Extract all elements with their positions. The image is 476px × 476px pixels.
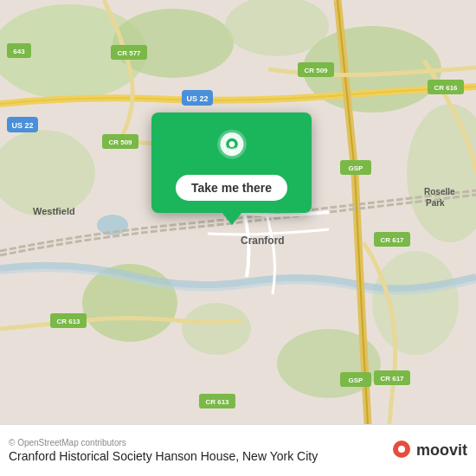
map-container: US 22 US 22 CR 577 CR 509 CR 509 CR 616 … <box>0 0 476 424</box>
svg-point-46 <box>228 141 235 147</box>
svg-text:Cranford: Cranford <box>241 235 285 247</box>
svg-text:CR 613: CR 613 <box>205 398 229 406</box>
take-me-there-button[interactable]: Take me there <box>176 175 287 201</box>
svg-text:CR 617: CR 617 <box>380 375 404 383</box>
moovit-logo: moovit <box>390 440 467 462</box>
svg-point-7 <box>182 303 251 355</box>
bottom-bar: © OpenStreetMap contributors Cranford Hi… <box>0 424 476 476</box>
svg-text:US 22: US 22 <box>11 121 33 130</box>
moovit-brand-text: moovit <box>416 441 467 460</box>
svg-text:CR 577: CR 577 <box>117 49 141 57</box>
attribution-text: © OpenStreetMap contributors <box>9 438 390 447</box>
svg-text:GSP: GSP <box>349 376 364 384</box>
svg-text:CR 617: CR 617 <box>380 236 404 244</box>
svg-text:CR 616: CR 616 <box>434 84 458 92</box>
svg-text:US 22: US 22 <box>186 94 208 103</box>
place-name-text: Cranford Historical Society Hanson House… <box>9 449 390 463</box>
svg-text:CR 613: CR 613 <box>56 318 80 325</box>
svg-point-48 <box>398 446 405 453</box>
svg-text:CR 509: CR 509 <box>108 138 132 146</box>
bottom-text-area: © OpenStreetMap contributors Cranford Hi… <box>9 438 390 463</box>
svg-text:643: 643 <box>13 48 25 55</box>
svg-text:GSP: GSP <box>349 164 364 172</box>
svg-text:CR 509: CR 509 <box>304 67 328 74</box>
svg-text:Roselle: Roselle <box>424 187 455 196</box>
svg-point-11 <box>97 215 128 235</box>
popup-card: Take me there <box>151 113 312 213</box>
moovit-marker-icon <box>390 440 413 462</box>
location-pin-icon <box>213 128 251 166</box>
svg-text:Westfield: Westfield <box>33 206 75 216</box>
svg-point-9 <box>372 251 459 355</box>
svg-text:Park: Park <box>426 198 445 208</box>
